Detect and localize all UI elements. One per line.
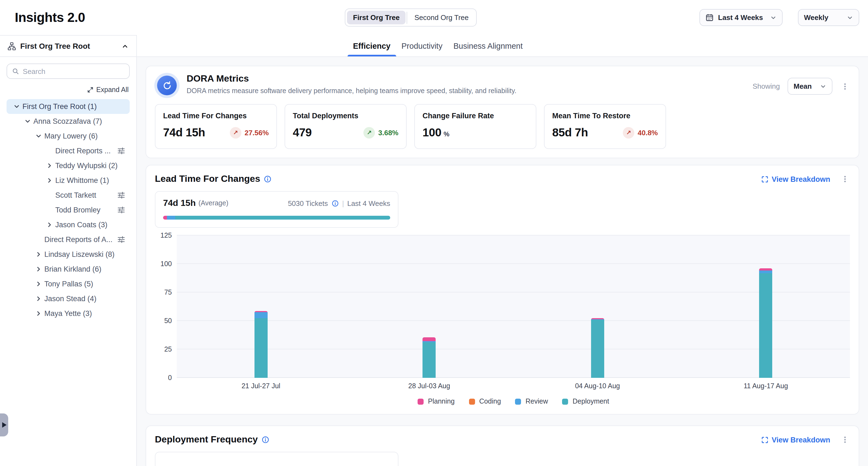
metric-card-title: Total Deployments: [293, 112, 398, 120]
tree-chevron[interactable]: [45, 147, 53, 155]
tree-item[interactable]: Liz Whittome (1): [6, 173, 130, 188]
tree-item[interactable]: Maya Yette (3): [6, 306, 130, 321]
bar-segment-planning: [423, 337, 436, 341]
legend-item-deployment[interactable]: Deployment: [562, 398, 609, 405]
kebab-menu-icon[interactable]: [840, 81, 850, 92]
aggregation-select[interactable]: Mean: [787, 78, 832, 95]
tab[interactable]: Business Alignment: [448, 35, 528, 56]
app-window: Insights 2.0 First Org TreeSecond Org Tr…: [0, 0, 868, 466]
legend-item-coding[interactable]: Coding: [469, 398, 501, 405]
top-header: Insights 2.0 First Org TreeSecond Org Tr…: [0, 0, 868, 35]
tree-item[interactable]: Teddy Wylupski (2): [6, 158, 130, 173]
tree-chevron[interactable]: [45, 206, 53, 214]
metric-card-value: 100%: [423, 126, 449, 139]
tree-chevron[interactable]: [34, 236, 42, 243]
kebab-menu-icon[interactable]: [840, 434, 850, 445]
tree-chevron[interactable]: [24, 117, 31, 125]
view-breakdown-label: View Breakdown: [772, 436, 830, 444]
date-range-select[interactable]: Last 4 Weeks: [700, 9, 783, 26]
search-icon: [12, 67, 19, 75]
dora-metrics-panel: DORA Metrics DORA metrics measure softwa…: [146, 66, 859, 158]
bar-segment-review: [760, 270, 773, 273]
filter-sliders-icon[interactable]: [117, 147, 125, 155]
legend-item-planning[interactable]: Planning: [417, 398, 455, 405]
tree-item[interactable]: Jason Coats (3): [6, 217, 130, 232]
tree-chevron[interactable]: [34, 280, 42, 288]
legend-swatch: [417, 398, 424, 404]
legend-label: Planning: [428, 398, 455, 405]
expand-all-icon: [87, 87, 94, 93]
bar-segment-deployment: [423, 342, 436, 378]
filter-sliders-icon[interactable]: [117, 206, 125, 214]
expand-corners-icon: [761, 436, 768, 443]
tree-chevron[interactable]: [45, 221, 53, 229]
metric-card-title: Lead Time For Changes: [163, 112, 269, 120]
view-breakdown-button[interactable]: View Breakdown: [761, 175, 830, 183]
tree-chevron[interactable]: [45, 177, 53, 184]
tree-chevron[interactable]: [34, 251, 42, 258]
y-axis-label: 100: [160, 260, 172, 268]
metric-card-value: 85d 7h: [552, 126, 588, 139]
tree-item[interactable]: Brian Kirkland (6): [6, 262, 130, 276]
tree-chevron[interactable]: [45, 162, 53, 170]
tree-chevron[interactable]: [34, 310, 42, 317]
tree-chevron[interactable]: [12, 103, 20, 110]
granularity-select[interactable]: Weekly: [798, 9, 859, 26]
calendar-icon: [706, 13, 714, 22]
org-toggle-button[interactable]: First Org Tree: [347, 11, 406, 24]
tree-item-label: Maya Yette (3): [44, 310, 92, 318]
expand-all-button[interactable]: Expand All: [6, 86, 129, 94]
tree-item[interactable]: Direct Reports of A...: [6, 232, 130, 247]
filter-sliders-icon[interactable]: [117, 191, 125, 199]
chevron-up-icon[interactable]: [122, 42, 129, 50]
tree-chevron[interactable]: [34, 132, 42, 140]
app-title: Insights 2.0: [15, 10, 85, 25]
metric-card-title: Change Failure Rate: [423, 112, 528, 120]
info-icon[interactable]: [264, 175, 272, 183]
kebab-menu-icon[interactable]: [840, 174, 850, 184]
tree-chevron[interactable]: [34, 295, 42, 302]
filter-sliders-icon[interactable]: [117, 235, 125, 244]
tree-item[interactable]: Jason Stead (4): [6, 291, 130, 306]
legend-item-review[interactable]: Review: [515, 398, 548, 405]
tab-label: Productivity: [401, 41, 442, 50]
info-icon[interactable]: [261, 436, 269, 443]
tree-chevron[interactable]: [45, 192, 53, 199]
search-box: [6, 63, 130, 79]
legend-label: Deployment: [573, 398, 609, 405]
y-axis-label: 0: [168, 374, 172, 382]
metric-delta-value: 27.56%: [245, 128, 269, 137]
tree-item[interactable]: Direct Reports ...: [6, 143, 130, 158]
chart-bar: [760, 268, 773, 378]
summary-value: 74d 15h: [163, 198, 196, 208]
chart-bar: [591, 318, 604, 378]
org-toggle-button[interactable]: Second Org Tree: [408, 11, 475, 24]
tree-item[interactable]: First Org Tree Root (1): [6, 99, 130, 114]
showing-label: Showing: [752, 82, 780, 90]
y-axis-label: 75: [164, 289, 172, 296]
tab[interactable]: Efficiency: [347, 35, 396, 56]
sidebar-collapse-handle[interactable]: [0, 413, 8, 436]
tree-item-label: Todd Bromley: [55, 206, 100, 214]
metric-delta-value: 40.8%: [638, 128, 658, 137]
tab-label: Business Alignment: [454, 41, 523, 50]
search-input[interactable]: [23, 67, 124, 75]
tree-item[interactable]: Mary Lowery (6): [6, 129, 130, 143]
bar-segment-deployment: [760, 273, 773, 378]
tab[interactable]: Productivity: [396, 35, 448, 56]
view-breakdown-button[interactable]: View Breakdown: [761, 436, 830, 444]
active-tab-underline: [347, 55, 396, 56]
tree-item-label: Tony Pallas (5): [44, 280, 93, 288]
tree-item[interactable]: Scott Tarkett: [6, 188, 130, 203]
info-icon[interactable]: [332, 200, 339, 207]
org-chart-icon: [8, 42, 16, 50]
tree-chevron[interactable]: [34, 265, 42, 273]
x-axis-label: 28 Jul-03 Aug: [345, 382, 514, 390]
tree-item[interactable]: Lindsay Liszewski (8): [6, 247, 130, 262]
tree-item[interactable]: Tony Pallas (5): [6, 276, 130, 291]
bar-segment-planning: [760, 268, 773, 270]
tree-item[interactable]: Todd Bromley: [6, 203, 130, 217]
tree-item[interactable]: Anna Scozzafava (7): [6, 114, 130, 129]
separator: |: [342, 199, 344, 207]
chevron-down-icon: [820, 83, 827, 90]
